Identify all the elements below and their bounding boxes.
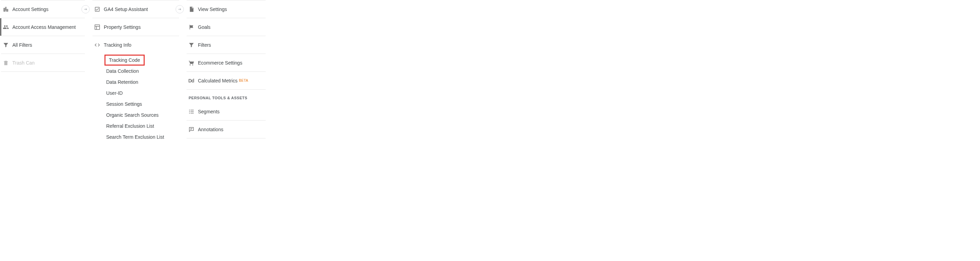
menu-label: Ecommerce Settings [198, 60, 242, 65]
arrow-right-icon[interactable] [176, 5, 184, 13]
code-icon [94, 42, 104, 48]
menu-label: Calculated Metrics [198, 78, 237, 83]
menu-label: Annotations [198, 127, 223, 132]
view-settings-item[interactable]: View Settings [186, 0, 266, 18]
segments-icon [188, 108, 198, 115]
arrow-right-icon[interactable] [81, 5, 90, 13]
sub-label: Referral Exclusion List [106, 123, 154, 129]
ga4-setup-assistant-item[interactable]: GA4 Setup Assistant [92, 0, 179, 18]
sub-label: Data Retention [106, 80, 138, 85]
dd-icon: Dd [188, 78, 198, 83]
organic-search-sources-subitem[interactable]: Organic Search Sources [92, 110, 179, 121]
goals-item[interactable]: Goals [186, 18, 266, 36]
segments-item[interactable]: Segments [186, 103, 266, 121]
data-collection-subitem[interactable]: Data Collection [92, 65, 179, 76]
referral-exclusion-list-subitem[interactable]: Referral Exclusion List [92, 121, 179, 132]
menu-label: Goals [198, 24, 211, 30]
user-id-subitem[interactable]: User-ID [92, 88, 179, 99]
menu-label: Account Settings [13, 6, 48, 12]
building-icon [3, 6, 13, 12]
sub-label: Organic Search Sources [106, 112, 159, 118]
account-settings-item[interactable]: Account Settings [1, 0, 85, 18]
ecommerce-settings-item[interactable]: Ecommerce Settings [186, 54, 266, 72]
trash-icon [3, 60, 13, 66]
layout-icon [94, 24, 104, 30]
tracking-info-item[interactable]: Tracking Info [92, 36, 179, 54]
sub-label: Data Collection [106, 68, 139, 74]
annotations-item[interactable]: Annotations [186, 121, 266, 138]
calculated-metrics-item[interactable]: Dd Calculated Metrics BETA [186, 72, 266, 90]
account-column: Account Settings Account Access Manageme… [1, 0, 85, 143]
personal-tools-header: Personal Tools & Assets [186, 90, 266, 103]
session-settings-subitem[interactable]: Session Settings [92, 99, 179, 110]
menu-label: Tracking Info [104, 42, 131, 48]
account-access-management-item[interactable]: Account Access Management [1, 18, 85, 36]
data-retention-subitem[interactable]: Data Retention [92, 76, 179, 88]
tracking-code-subitem[interactable]: Tracking Code [105, 55, 145, 65]
sub-label: User-ID [106, 90, 123, 96]
menu-label: View Settings [198, 6, 227, 12]
sub-label: Session Settings [106, 101, 142, 107]
trash-can-item[interactable]: Trash Can [1, 54, 85, 72]
menu-label: Trash Can [13, 60, 35, 65]
cart-icon [188, 60, 198, 66]
people-icon [3, 24, 13, 30]
annotations-icon [188, 126, 198, 132]
flag-icon [188, 24, 198, 30]
sub-label: Tracking Code [109, 57, 140, 63]
menu-label: Account Access Management [13, 24, 76, 30]
menu-label: Property Settings [104, 24, 140, 30]
property-settings-item[interactable]: Property Settings [92, 18, 179, 36]
view-column: View Settings Goals Filters Ecommerce Se… [186, 0, 266, 143]
sub-label: Search Term Exclusion List [106, 134, 164, 140]
menu-label: Segments [198, 109, 220, 115]
menu-label: All Filters [13, 42, 32, 48]
filter-icon [188, 42, 198, 48]
checkbox-icon [94, 6, 104, 12]
menu-label: GA4 Setup Assistant [104, 6, 148, 12]
beta-badge: BETA [239, 79, 248, 83]
tracking-info-submenu: Tracking Code Data Collection Data Reten… [92, 54, 179, 143]
property-column: GA4 Setup Assistant Property Settings Tr… [92, 0, 179, 143]
search-term-exclusion-list-subitem[interactable]: Search Term Exclusion List [92, 132, 179, 143]
document-icon [188, 6, 198, 12]
filter-icon [3, 42, 13, 48]
menu-label: Filters [198, 42, 211, 48]
filters-item[interactable]: Filters [186, 36, 266, 54]
all-filters-item[interactable]: All Filters [1, 36, 85, 54]
